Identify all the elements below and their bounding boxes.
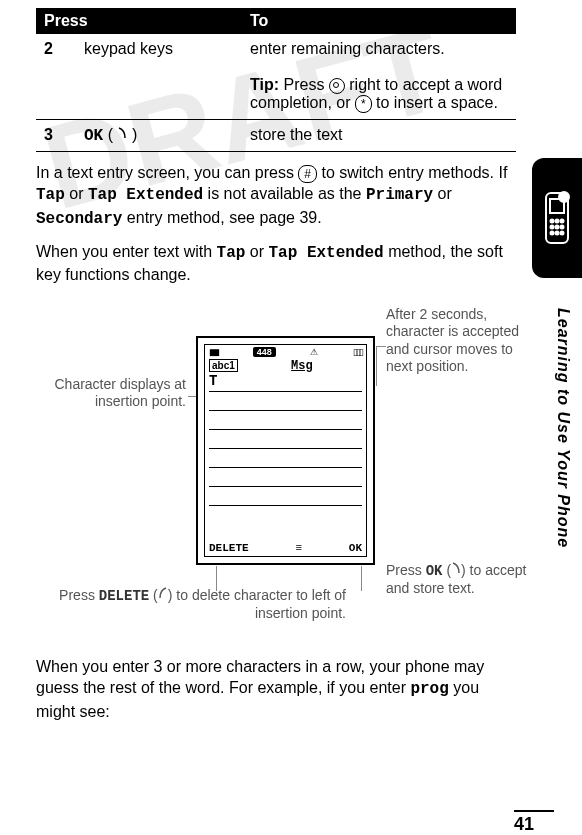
press-cell: keypad keys: [76, 34, 242, 119]
delete-bold: DELETE: [99, 588, 149, 604]
to-cell: store the text: [242, 119, 516, 151]
paragraph-2: When you enter text with Tap or Tap Exte…: [36, 241, 516, 286]
text-line: [209, 487, 362, 506]
mode-row: abc1 Msg: [205, 359, 366, 373]
softkey-row: DELETE OK: [209, 542, 362, 554]
text: to switch entry methods. If: [317, 164, 507, 181]
text: or: [65, 185, 88, 202]
input-mode: abc1: [209, 359, 238, 372]
step-number: 2: [44, 40, 53, 57]
status-bar: 448 ⚠: [205, 345, 366, 359]
leader-line: [376, 346, 377, 386]
to-cell: enter remaining characters. Tip: Press r…: [242, 34, 516, 119]
table-row: 2 keypad keys enter remaining characters…: [36, 34, 516, 119]
press-cell: OK ( ): [76, 119, 242, 151]
nav-key-icon: [329, 78, 345, 94]
tapext-bold: Tap Extended: [268, 244, 383, 262]
text: entry method, see page 39.: [122, 209, 321, 226]
instruction-table: Press To 2 keypad keys enter remaining c…: [36, 8, 516, 152]
paragraph-1: In a text entry screen, you can press # …: [36, 162, 516, 231]
text-entry-area: T: [205, 373, 366, 506]
text: Press: [386, 562, 426, 578]
softkey-ok: OK: [349, 542, 362, 554]
text-line: [209, 430, 362, 449]
prog-bold: prog: [410, 680, 448, 698]
table-row: 3 OK ( ) store the text: [36, 119, 516, 151]
paragraph-3: When you enter 3 or more characters in a…: [36, 656, 516, 723]
callout-ok: Press OK () to accept and store text.: [386, 561, 536, 598]
tip-label: Tip:: [250, 76, 279, 93]
ok-bold: OK: [426, 563, 443, 579]
phone-screen: 448 ⚠ abc1 Msg T: [196, 336, 375, 565]
softkey-delete: DELETE: [209, 542, 249, 554]
leader-line: [361, 566, 362, 591]
status-448: 448: [253, 347, 276, 357]
text: (: [149, 587, 158, 603]
tip-text3: to insert a space.: [372, 94, 498, 111]
col-to: To: [242, 8, 516, 34]
callout-delete: Press DELETE () to delete character to l…: [26, 586, 346, 623]
to-text: enter remaining characters.: [250, 40, 445, 57]
phone-illustration: Character displays at insertion point. A…: [36, 306, 516, 646]
text: In a text entry screen, you can press: [36, 164, 298, 181]
text: When you enter text with: [36, 243, 217, 260]
text-line: [209, 392, 362, 411]
callout-after-2s: After 2 seconds, character is accepted a…: [386, 306, 536, 376]
right-softkey-icon: [113, 126, 132, 143]
screen-title: Msg: [242, 359, 362, 373]
step-number: 3: [44, 126, 53, 143]
text: or: [245, 243, 268, 260]
ok-label: OK: [84, 127, 103, 145]
secondary-bold: Secondary: [36, 210, 122, 228]
tap-bold: Tap: [217, 244, 246, 262]
leader-line: [376, 346, 386, 347]
signal-icon: [209, 347, 218, 357]
hash-key-icon: #: [298, 165, 317, 183]
text-line: [209, 411, 362, 430]
text-line: [209, 449, 362, 468]
text-line: [209, 468, 362, 487]
paren-close: ): [132, 126, 137, 143]
text-line-first: T: [209, 373, 362, 392]
text: Press: [59, 587, 99, 603]
page-number: 41: [514, 810, 554, 835]
text: or: [433, 185, 452, 202]
col-press: Press: [36, 8, 242, 34]
right-softkey-icon: [451, 561, 461, 575]
text: is not available as the: [203, 185, 366, 202]
battery-icon: [353, 347, 362, 357]
left-softkey-icon: [158, 586, 168, 600]
text: (: [443, 562, 452, 578]
table-header-row: Press To: [36, 8, 516, 34]
menu-icon: [295, 542, 302, 554]
alert-icon: ⚠: [310, 347, 318, 357]
tapext-bold: Tap Extended: [88, 186, 203, 204]
star-key-icon: *: [355, 95, 372, 113]
tip-text: Press: [279, 76, 329, 93]
primary-bold: Primary: [366, 186, 433, 204]
tap-bold: Tap: [36, 186, 65, 204]
callout-char-displays: Character displays at insertion point.: [36, 376, 186, 411]
text: ) to delete character to left of inserti…: [168, 587, 346, 622]
